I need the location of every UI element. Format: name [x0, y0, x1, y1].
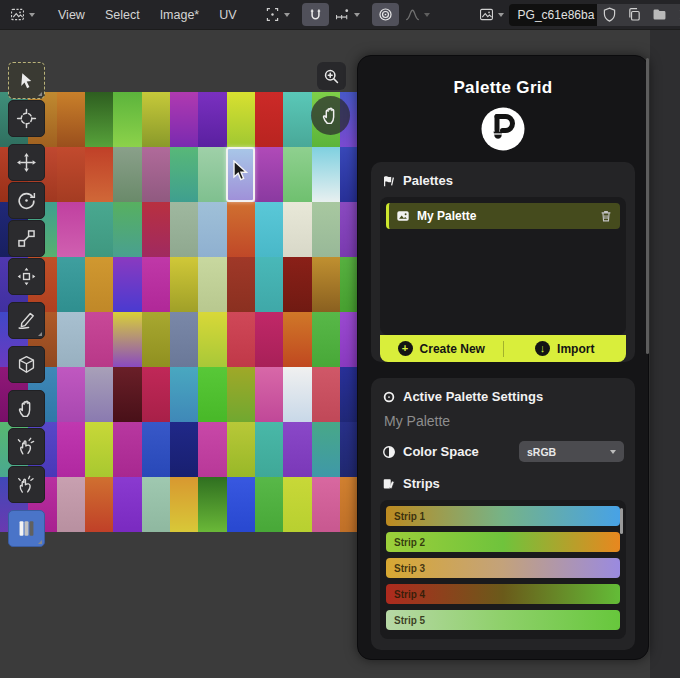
- grid-cell[interactable]: [227, 312, 255, 367]
- fake-user-button[interactable]: [597, 4, 622, 25]
- grid-cell[interactable]: [113, 202, 141, 257]
- pivot-point-button[interactable]: [259, 3, 295, 26]
- grid-cell[interactable]: [198, 202, 226, 257]
- grid-cell[interactable]: [255, 312, 283, 367]
- grid-cell[interactable]: [57, 367, 85, 422]
- grid-cell[interactable]: [283, 477, 311, 532]
- strip-row[interactable]: Strip 3: [386, 558, 620, 578]
- grid-cell[interactable]: [283, 92, 311, 147]
- color-space-dropdown[interactable]: sRGB: [519, 441, 624, 462]
- grid-cell[interactable]: [312, 422, 340, 477]
- grid-cell[interactable]: [85, 92, 113, 147]
- grid-cell[interactable]: [312, 202, 340, 257]
- strip-row[interactable]: Strip 4: [386, 584, 620, 604]
- grid-cell[interactable]: [85, 477, 113, 532]
- grid-cell[interactable]: [142, 367, 170, 422]
- grid-cell[interactable]: [198, 147, 226, 202]
- grid-cell[interactable]: [227, 202, 255, 257]
- grid-cell[interactable]: [85, 422, 113, 477]
- grid-cell[interactable]: [170, 92, 198, 147]
- grid-cell[interactable]: [142, 92, 170, 147]
- grid-cell[interactable]: [57, 147, 85, 202]
- grid-cell[interactable]: [198, 312, 226, 367]
- snap-toggle-button[interactable]: [302, 3, 329, 26]
- grab-hand-tool-button[interactable]: [8, 390, 45, 427]
- pan-hand-button[interactable]: [311, 96, 350, 135]
- grid-cell[interactable]: [170, 367, 198, 422]
- pinch-tool-button[interactable]: [8, 428, 45, 465]
- grid-cell[interactable]: [283, 147, 311, 202]
- strip-row[interactable]: Strip 2: [386, 532, 620, 552]
- proportional-editing-button[interactable]: [372, 3, 399, 26]
- grid-cell[interactable]: [113, 367, 141, 422]
- menu-select[interactable]: Select: [95, 4, 150, 26]
- rotate-tool-button[interactable]: [8, 182, 45, 219]
- menu-uv[interactable]: UV: [209, 4, 246, 26]
- strips-scrollbar-thumb[interactable]: [620, 508, 623, 534]
- grid-cell[interactable]: [57, 422, 85, 477]
- grid-cell[interactable]: [283, 257, 311, 312]
- grid-cell[interactable]: [255, 92, 283, 147]
- grid-cell[interactable]: [283, 312, 311, 367]
- grid-cell[interactable]: [340, 257, 357, 312]
- grid-cell[interactable]: [170, 477, 198, 532]
- grid-cell[interactable]: [57, 477, 85, 532]
- image-name-field[interactable]: PG_c61e86ba: [509, 4, 597, 26]
- grid-cell[interactable]: [312, 257, 340, 312]
- create-new-button[interactable]: + Create New: [380, 341, 503, 356]
- palette-grid-canvas[interactable]: [0, 92, 357, 532]
- grid-cell[interactable]: [113, 147, 141, 202]
- new-image-button[interactable]: [622, 4, 647, 25]
- grid-cell[interactable]: [113, 257, 141, 312]
- menu-image[interactable]: Image*: [150, 4, 210, 26]
- grid-cell[interactable]: [170, 202, 198, 257]
- menu-view[interactable]: View: [48, 4, 95, 26]
- grid-cell[interactable]: [142, 477, 170, 532]
- grid-cell[interactable]: [85, 202, 113, 257]
- trash-icon[interactable]: [599, 209, 613, 223]
- grid-cell[interactable]: [198, 92, 226, 147]
- grid-cell[interactable]: [227, 422, 255, 477]
- palette-strips-tool-button[interactable]: [8, 510, 45, 547]
- grid-cell[interactable]: [198, 422, 226, 477]
- grid-cell[interactable]: [340, 367, 357, 422]
- grid-cell[interactable]: [142, 312, 170, 367]
- grid-cell[interactable]: [85, 367, 113, 422]
- grid-cell[interactable]: [340, 202, 357, 257]
- transform-tool-button[interactable]: [8, 258, 45, 295]
- grid-cell[interactable]: [57, 92, 85, 147]
- strip-row[interactable]: Strip 5: [386, 610, 620, 630]
- move-tool-button[interactable]: [8, 144, 45, 181]
- grid-cell[interactable]: [312, 477, 340, 532]
- grid-cell[interactable]: [142, 422, 170, 477]
- image-browse-button[interactable]: [473, 3, 509, 26]
- grid-cell[interactable]: [283, 367, 311, 422]
- grid-cell[interactable]: [85, 257, 113, 312]
- grid-cell[interactable]: [198, 367, 226, 422]
- grid-cell[interactable]: [227, 477, 255, 532]
- grid-cell[interactable]: [255, 257, 283, 312]
- palette-list-item[interactable]: My Palette: [386, 203, 620, 229]
- grid-cell[interactable]: [113, 312, 141, 367]
- grid-cell[interactable]: [255, 422, 283, 477]
- grid-cell[interactable]: [85, 147, 113, 202]
- grid-cell[interactable]: [340, 477, 357, 532]
- grid-cell[interactable]: [142, 147, 170, 202]
- grid-cell[interactable]: [170, 312, 198, 367]
- snap-target-button[interactable]: [329, 3, 365, 26]
- annotate-tool-button[interactable]: [8, 302, 45, 339]
- grid-cell[interactable]: [255, 147, 283, 202]
- strip-row[interactable]: Strip 1: [386, 506, 620, 526]
- grid-cell[interactable]: [227, 367, 255, 422]
- falloff-curve-button[interactable]: [399, 3, 435, 26]
- grid-cell[interactable]: [170, 422, 198, 477]
- grid-cell[interactable]: [57, 202, 85, 257]
- grid-cell[interactable]: [340, 312, 357, 367]
- editor-type-button[interactable]: [4, 3, 40, 26]
- grid-cell[interactable]: [113, 92, 141, 147]
- grid-cell[interactable]: [255, 367, 283, 422]
- grid-cell[interactable]: [170, 147, 198, 202]
- grid-cell[interactable]: [283, 202, 311, 257]
- grid-cell[interactable]: [312, 312, 340, 367]
- grid-cell[interactable]: [113, 422, 141, 477]
